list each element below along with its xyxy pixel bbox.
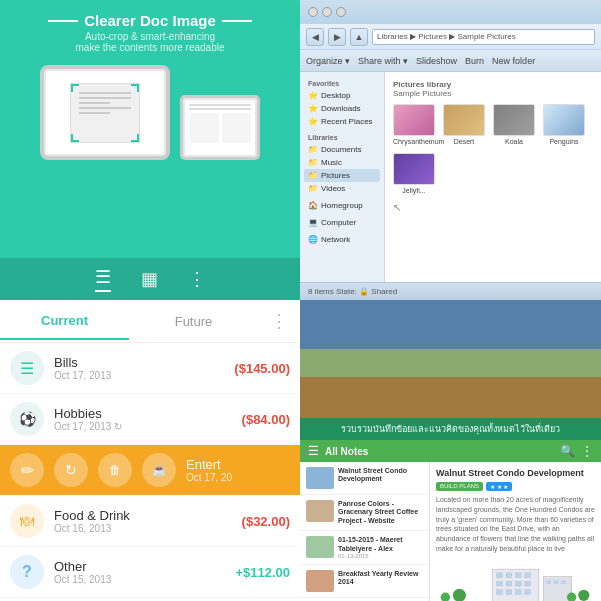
device-showcase xyxy=(40,65,260,160)
other-name: Other xyxy=(54,559,235,574)
badge-build-plans: BUILD PLANS xyxy=(436,482,483,491)
thumbnail-koala[interactable]: Koala xyxy=(493,104,535,145)
svg-rect-11 xyxy=(516,581,522,586)
corner-tr xyxy=(131,84,139,92)
explorer-sidebar: Favorites ⭐Desktop ⭐Downloads ⭐Recent Pl… xyxy=(300,72,385,282)
note-date-maeret: 01-13-2015 xyxy=(338,553,423,559)
sidebar-pictures[interactable]: 📁Pictures xyxy=(304,169,380,182)
bills-icon: ☰ xyxy=(10,351,44,385)
title-left-line xyxy=(48,20,78,22)
documents-icon: 📁 xyxy=(308,145,318,154)
st-line-1 xyxy=(189,104,251,106)
st-columns xyxy=(189,113,251,143)
list-icon[interactable]: ☰ xyxy=(95,266,111,292)
note-item-walnut[interactable]: Walnut Street Condo Development xyxy=(300,462,429,495)
recent-icon: ⭐ xyxy=(308,117,318,126)
share-button[interactable]: Share with ▾ xyxy=(358,56,408,66)
svg-rect-15 xyxy=(516,589,522,594)
up-button[interactable]: ▲ xyxy=(350,28,368,46)
app-more-icon[interactable]: ⋮ xyxy=(581,444,593,458)
cursor-indicator: ↖ xyxy=(393,202,401,213)
note-item-breakfast[interactable]: Breakfast Yearly Review 2014 xyxy=(300,565,429,598)
main-tablet xyxy=(40,65,170,160)
close-button[interactable] xyxy=(336,7,346,17)
entert-date: Oct 17, 20 xyxy=(186,472,290,483)
notes-list: Walnut Street Condo Development Panrose … xyxy=(300,462,430,601)
other-date: Oct 15, 2013 xyxy=(54,574,235,585)
entert-name: Entert xyxy=(186,457,290,472)
food-amount: ($32.00) xyxy=(242,514,290,529)
corner-tl xyxy=(71,84,79,92)
pictures-icon: 📁 xyxy=(308,171,318,180)
note-detail-panel: Walnut Street Condo Development BUILD PL… xyxy=(430,462,601,601)
hobbies-info: Hobbies Oct 17, 2013 ↻ xyxy=(54,406,242,432)
feature-subtitle: Auto-crop & smart-enhancingmake the cont… xyxy=(76,31,225,53)
svg-point-21 xyxy=(441,592,450,601)
landscape-section: รวบรวมบันทึกข้อยและแนวคิดของคุณทั้งหมดไว… xyxy=(300,300,601,440)
thumbnail-jellyfish[interactable]: Jellyfi... xyxy=(393,153,435,194)
svg-rect-12 xyxy=(525,581,531,586)
list-item-entert: ✏ ↻ 🗑 ☕ Entert Oct 17, 20 xyxy=(0,445,300,496)
hobbies-date: Oct 17, 2013 ↻ xyxy=(54,421,242,432)
sidebar-homegroup[interactable]: 🏠Homegroup xyxy=(304,199,380,212)
detail-text: Located on more than 20 acres of magnifi… xyxy=(436,495,595,554)
thumbnail-desert[interactable]: Desert xyxy=(443,104,485,145)
note-title-breakfast: Breakfast Yearly Review 2014 xyxy=(338,570,423,587)
tab-future[interactable]: Future xyxy=(129,304,258,339)
menu-dots-button[interactable]: ⋮ xyxy=(258,300,300,342)
note-title-panrose: Panrose Colors - Gracenary Street Coffee… xyxy=(338,500,423,525)
doc-line-1 xyxy=(79,92,131,94)
thumb-img-jellyfish xyxy=(393,153,435,185)
edit-icon[interactable]: ✏ xyxy=(10,453,44,487)
doc-line-5 xyxy=(79,112,110,114)
thumb-label-jellyfish: Jellyfi... xyxy=(393,187,435,194)
tab-current[interactable]: Current xyxy=(0,303,129,340)
sidebar-music[interactable]: 📁Music xyxy=(304,156,380,169)
landscape-caption: รวบรวมบันทึกข้อยและแนวคิดของคุณทั้งหมดไว… xyxy=(300,418,601,440)
note-title-walnut: Walnut Street Condo Development xyxy=(338,467,423,484)
sidebar-computer[interactable]: 💻Computer xyxy=(304,216,380,229)
new-folder-button[interactable]: New folder xyxy=(492,56,535,66)
app-search-icon[interactable]: 🔍 xyxy=(560,444,575,458)
downloads-icon: ⭐ xyxy=(308,104,318,113)
thumbnail-chrysanthemum[interactable]: Chrysanthemum xyxy=(393,104,435,145)
maximize-button[interactable] xyxy=(322,7,332,17)
sidebar-network[interactable]: 🌐Network xyxy=(304,233,380,246)
sidebar-videos[interactable]: 📁Videos xyxy=(304,182,380,195)
refresh-icon[interactable]: ↻ xyxy=(54,453,88,487)
slideshow-button[interactable]: Slideshow xyxy=(416,56,457,66)
favorites-section: Favorites ⭐Desktop ⭐Downloads ⭐Recent Pl… xyxy=(304,78,380,128)
finance-items-list: ☰ Bills Oct 17, 2013 ($145.00) ⚽ Hobbies… xyxy=(0,343,300,601)
bills-info: Bills Oct 17, 2013 xyxy=(54,355,234,381)
back-button[interactable]: ◀ xyxy=(306,28,324,46)
coffee-icon[interactable]: ☕ xyxy=(142,453,176,487)
app-menu-icon[interactable]: ☰ xyxy=(308,444,319,458)
svg-rect-6 xyxy=(506,573,512,578)
list-item-bills: ☰ Bills Oct 17, 2013 ($145.00) xyxy=(0,343,300,394)
bar-chart-icon[interactable]: ▦ xyxy=(141,268,158,290)
trash-icon[interactable]: 🗑 xyxy=(98,453,132,487)
computer-section: 💻Computer xyxy=(304,216,380,229)
thumb-img-chrysanthemum xyxy=(393,104,435,136)
sidebar-recent[interactable]: ⭐Recent Places xyxy=(304,115,380,128)
doc-lines xyxy=(71,84,139,125)
bottom-nav-bar: ☰ ▦ ⋮ xyxy=(0,258,300,300)
organize-button[interactable]: Organize ▾ xyxy=(306,56,350,66)
address-bar[interactable]: Libraries ▶ Pictures ▶ Sample Pictures xyxy=(372,29,595,45)
food-icon: 🍽 xyxy=(10,504,44,538)
burn-button[interactable]: Burn xyxy=(465,56,484,66)
forward-button[interactable]: ▶ xyxy=(328,28,346,46)
app-title: All Notes xyxy=(325,446,368,457)
note-item-panrose[interactable]: Panrose Colors - Gracenary Street Coffee… xyxy=(300,495,429,531)
sidebar-documents[interactable]: 📁Documents xyxy=(304,143,380,156)
minimize-button[interactable] xyxy=(308,7,318,17)
thumb-label-desert: Desert xyxy=(443,138,485,145)
more-icon[interactable]: ⋮ xyxy=(188,268,206,290)
doc-line-3 xyxy=(79,102,110,104)
sidebar-downloads[interactable]: ⭐Downloads xyxy=(304,102,380,115)
network-section: 🌐Network xyxy=(304,233,380,246)
note-item-maeret[interactable]: 01-15-2015 - Maeret Tableiyere - Alex 01… xyxy=(300,531,429,565)
sidebar-desktop[interactable]: ⭐Desktop xyxy=(304,89,380,102)
other-info: Other Oct 15, 2013 xyxy=(54,559,235,585)
thumbnail-penguins[interactable]: Penguins xyxy=(543,104,585,145)
